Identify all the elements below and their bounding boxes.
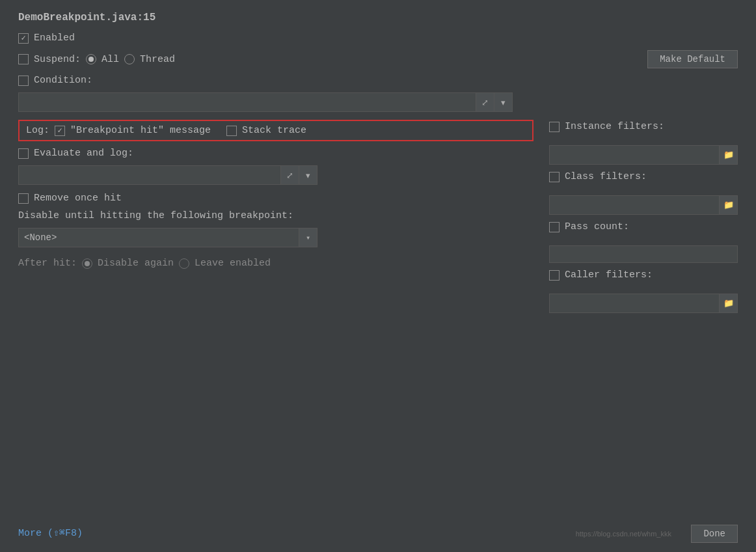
evaluate-dropdown-btn[interactable]: ▾: [299, 166, 317, 184]
main-content: Log: "Breakpoint hit" message Stack trac…: [18, 120, 738, 540]
left-panel: Log: "Breakpoint hit" message Stack trac…: [18, 120, 533, 540]
evaluate-input[interactable]: [19, 167, 280, 184]
evaluate-row: Evaluate and log:: [18, 148, 533, 159]
suspend-thread-radio[interactable]: [124, 54, 135, 64]
condition-input-container: ⤢ ▾: [18, 92, 513, 112]
remove-once-hit-label: Remove once hit: [34, 193, 122, 204]
disable-until-dropdown-row: ▾: [18, 228, 533, 247]
log-label: Log:: [26, 125, 49, 136]
evaluate-expand-btn[interactable]: ⤢: [280, 166, 299, 184]
class-filters-folder-icon[interactable]: 📁: [719, 196, 737, 214]
dialog: DemoBreakpoint.java:15 Enabled Suspend: …: [0, 0, 756, 552]
class-filters-label: Class filters:: [565, 171, 647, 182]
evaluate-checkbox[interactable]: [18, 148, 29, 159]
caller-filters-checkbox[interactable]: [549, 270, 560, 281]
disable-until-label: Disable until hitting the following brea…: [18, 210, 293, 221]
caller-filters-input-row: 📁: [549, 294, 738, 313]
remove-once-hit-checkbox[interactable]: [18, 193, 29, 204]
condition-input-row: ⤢ ▾: [18, 92, 738, 112]
pass-count-input[interactable]: [550, 246, 737, 262]
after-hit-label: After hit:: [18, 258, 77, 269]
instance-filters-checkbox[interactable]: [549, 122, 560, 132]
condition-dropdown-btn[interactable]: ▾: [494, 93, 512, 111]
evaluate-input-container: ⤢ ▾: [18, 165, 317, 185]
pass-count-input-row: [549, 245, 738, 263]
more-link[interactable]: More (⇧⌘F8): [18, 527, 83, 539]
instance-filters-input[interactable]: [550, 147, 719, 163]
condition-checkbox[interactable]: [18, 76, 29, 86]
suspend-label: Suspend:: [34, 54, 81, 65]
condition-label: Condition:: [34, 75, 92, 86]
done-button[interactable]: Done: [691, 525, 738, 543]
log-breakpoint-label: "Breakpoint hit" message: [70, 125, 211, 136]
log-stack-trace-label: Stack trace: [242, 125, 306, 136]
caller-filters-input[interactable]: [550, 296, 719, 312]
disable-until-arrow-icon[interactable]: ▾: [299, 228, 317, 247]
condition-input[interactable]: [19, 94, 476, 111]
disable-until-input[interactable]: [19, 228, 299, 247]
log-breakpoint-checkbox[interactable]: [55, 126, 65, 136]
caller-filters-folder-icon[interactable]: 📁: [719, 294, 737, 312]
enabled-label: Enabled: [34, 33, 75, 44]
suspend-all-radio[interactable]: [86, 54, 96, 64]
make-default-button[interactable]: Make Default: [647, 50, 738, 68]
evaluate-label: Evaluate and log:: [34, 148, 133, 159]
after-hit-leave-radio[interactable]: [179, 258, 189, 269]
condition-expand-btn[interactable]: ⤢: [476, 93, 494, 111]
right-panel: Instance filters: 📁 Class filters: 📁 Pas…: [549, 121, 738, 540]
log-stack-trace-checkbox[interactable]: [226, 126, 237, 136]
class-filters-input-row: 📁: [549, 195, 738, 215]
enabled-row: Enabled: [18, 33, 738, 44]
disable-until-row: Disable until hitting the following brea…: [18, 210, 533, 221]
after-hit-row: After hit: Disable again Leave enabled: [18, 258, 533, 269]
instance-filters-input-row: 📁: [549, 145, 738, 165]
instance-filters-label: Instance filters:: [565, 121, 664, 132]
caller-filters-label: Caller filters:: [565, 269, 653, 281]
class-filters-row: Class filters:: [549, 171, 738, 182]
class-filters-checkbox[interactable]: [549, 172, 560, 182]
evaluate-input-row: ⤢ ▾: [18, 165, 533, 185]
suspend-all-label: All: [101, 54, 119, 65]
watermark: https://blog.csdn.net/whm_kkk: [576, 530, 671, 538]
log-section: Log: "Breakpoint hit" message Stack trac…: [18, 120, 533, 141]
suspend-thread-label: Thread: [140, 54, 175, 65]
class-filters-input[interactable]: [550, 197, 719, 214]
suspend-checkbox[interactable]: [18, 54, 29, 64]
disable-until-dropdown[interactable]: ▾: [18, 228, 317, 247]
instance-filters-folder-icon[interactable]: 📁: [719, 146, 737, 164]
condition-row: Condition:: [18, 75, 738, 86]
suspend-row: Suspend: All Thread Make Default: [18, 50, 738, 68]
caller-filters-row: Caller filters:: [549, 269, 738, 281]
after-hit-disable-label: Disable again: [98, 258, 174, 269]
remove-once-hit-row: Remove once hit: [18, 193, 533, 204]
after-hit-leave-label: Leave enabled: [195, 258, 271, 269]
instance-filters-row: Instance filters:: [549, 121, 738, 132]
pass-count-checkbox[interactable]: [549, 222, 560, 232]
enabled-checkbox[interactable]: [18, 33, 29, 44]
pass-count-row: Pass count:: [549, 221, 738, 232]
pass-count-label: Pass count:: [565, 221, 629, 232]
dialog-title: DemoBreakpoint.java:15: [18, 12, 738, 23]
after-hit-disable-radio[interactable]: [82, 258, 92, 269]
